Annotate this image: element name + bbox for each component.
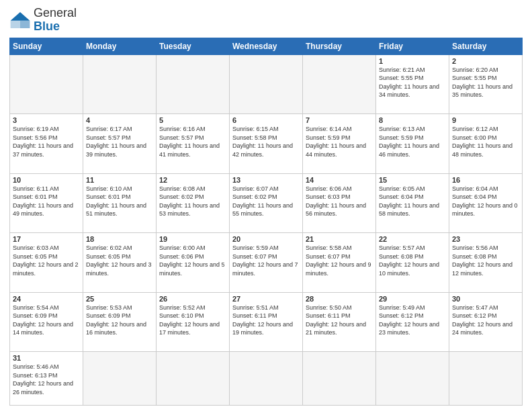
logo: General Blue — [9, 7, 77, 34]
header: General Blue — [9, 7, 523, 34]
day-info: Sunrise: 6:14 AM Sunset: 5:59 PM Dayligh… — [306, 125, 373, 158]
day-info: Sunrise: 6:12 AM Sunset: 6:00 PM Dayligh… — [452, 125, 519, 158]
day-info: Sunrise: 5:58 AM Sunset: 6:07 PM Dayligh… — [306, 244, 373, 277]
day-number: 14 — [306, 176, 373, 184]
calendar-header-row: Sunday Monday Tuesday Wednesday Thursday… — [10, 38, 523, 54]
day-info: Sunrise: 6:04 AM Sunset: 6:04 PM Dayligh… — [452, 185, 519, 218]
day-number: 3 — [13, 116, 80, 124]
day-number: 4 — [86, 116, 153, 124]
calendar-cell — [10, 54, 83, 114]
calendar-cell: 28Sunrise: 5:50 AM Sunset: 6:11 PM Dayli… — [303, 292, 376, 352]
calendar-week-row: 1Sunrise: 6:21 AM Sunset: 5:55 PM Daylig… — [10, 54, 523, 114]
day-info: Sunrise: 5:53 AM Sunset: 6:09 PM Dayligh… — [86, 304, 153, 337]
calendar-cell: 7Sunrise: 6:14 AM Sunset: 5:59 PM Daylig… — [303, 114, 376, 174]
calendar-cell: 18Sunrise: 6:02 AM Sunset: 6:05 PM Dayli… — [83, 233, 157, 293]
day-number: 6 — [232, 116, 300, 124]
calendar-cell — [303, 352, 376, 406]
calendar-cell — [303, 54, 376, 114]
day-info: Sunrise: 6:08 AM Sunset: 6:02 PM Dayligh… — [159, 185, 226, 218]
calendar-cell — [157, 54, 230, 114]
day-info: Sunrise: 5:59 AM Sunset: 6:07 PM Dayligh… — [232, 244, 300, 277]
day-number: 24 — [13, 295, 80, 303]
day-number: 5 — [159, 116, 226, 124]
col-sunday: Sunday — [10, 38, 83, 54]
day-info: Sunrise: 5:49 AM Sunset: 6:12 PM Dayligh… — [379, 304, 446, 337]
day-info: Sunrise: 6:03 AM Sunset: 6:05 PM Dayligh… — [13, 244, 80, 277]
calendar-cell: 6Sunrise: 6:15 AM Sunset: 5:58 PM Daylig… — [230, 114, 303, 174]
day-info: Sunrise: 6:20 AM Sunset: 5:55 PM Dayligh… — [452, 66, 519, 99]
calendar-cell — [83, 352, 157, 406]
day-number: 23 — [452, 235, 519, 243]
day-number: 20 — [232, 235, 300, 243]
day-info: Sunrise: 6:07 AM Sunset: 6:02 PM Dayligh… — [232, 185, 300, 218]
calendar-cell — [157, 352, 230, 406]
calendar-cell: 13Sunrise: 6:07 AM Sunset: 6:02 PM Dayli… — [230, 173, 303, 233]
logo-text: General Blue — [34, 7, 77, 34]
logo-blue: Blue — [34, 19, 60, 33]
day-number: 9 — [452, 116, 519, 124]
calendar-cell: 31Sunrise: 5:46 AM Sunset: 6:13 PM Dayli… — [10, 352, 83, 406]
day-number: 11 — [86, 176, 153, 184]
calendar-cell: 5Sunrise: 6:16 AM Sunset: 5:57 PM Daylig… — [157, 114, 230, 174]
col-saturday: Saturday — [449, 38, 523, 54]
calendar: Sunday Monday Tuesday Wednesday Thursday… — [9, 38, 523, 406]
day-info: Sunrise: 6:13 AM Sunset: 5:59 PM Dayligh… — [379, 125, 446, 158]
calendar-cell: 3Sunrise: 6:19 AM Sunset: 5:56 PM Daylig… — [10, 114, 83, 174]
day-number: 19 — [159, 235, 226, 243]
day-info: Sunrise: 6:21 AM Sunset: 5:55 PM Dayligh… — [379, 66, 446, 99]
calendar-cell: 30Sunrise: 5:47 AM Sunset: 6:12 PM Dayli… — [449, 292, 523, 352]
day-info: Sunrise: 6:10 AM Sunset: 6:01 PM Dayligh… — [86, 185, 153, 218]
calendar-cell: 8Sunrise: 6:13 AM Sunset: 5:59 PM Daylig… — [376, 114, 449, 174]
calendar-cell: 29Sunrise: 5:49 AM Sunset: 6:12 PM Dayli… — [376, 292, 449, 352]
day-number: 22 — [379, 235, 446, 243]
col-thursday: Thursday — [303, 38, 376, 54]
col-tuesday: Tuesday — [157, 38, 230, 54]
calendar-cell: 2Sunrise: 6:20 AM Sunset: 5:55 PM Daylig… — [449, 54, 523, 114]
day-info: Sunrise: 6:00 AM Sunset: 6:06 PM Dayligh… — [159, 244, 226, 277]
calendar-cell — [376, 352, 449, 406]
day-number: 13 — [232, 176, 300, 184]
calendar-cell: 16Sunrise: 6:04 AM Sunset: 6:04 PM Dayli… — [449, 173, 523, 233]
day-number: 29 — [379, 295, 446, 303]
day-number: 15 — [379, 176, 446, 184]
day-number: 31 — [13, 354, 80, 362]
day-info: Sunrise: 5:56 AM Sunset: 6:08 PM Dayligh… — [452, 244, 519, 277]
calendar-cell: 9Sunrise: 6:12 AM Sunset: 6:00 PM Daylig… — [449, 114, 523, 174]
calendar-cell: 26Sunrise: 5:52 AM Sunset: 6:10 PM Dayli… — [157, 292, 230, 352]
calendar-cell: 27Sunrise: 5:51 AM Sunset: 6:11 PM Dayli… — [230, 292, 303, 352]
calendar-cell: 1Sunrise: 6:21 AM Sunset: 5:55 PM Daylig… — [376, 54, 449, 114]
calendar-week-row: 24Sunrise: 5:54 AM Sunset: 6:09 PM Dayli… — [10, 292, 523, 352]
day-info: Sunrise: 5:46 AM Sunset: 6:13 PM Dayligh… — [13, 363, 80, 396]
calendar-cell: 11Sunrise: 6:10 AM Sunset: 6:01 PM Dayli… — [83, 173, 157, 233]
day-number: 7 — [306, 116, 373, 124]
calendar-cell: 12Sunrise: 6:08 AM Sunset: 6:02 PM Dayli… — [157, 173, 230, 233]
day-number: 12 — [159, 176, 226, 184]
day-info: Sunrise: 5:50 AM Sunset: 6:11 PM Dayligh… — [306, 304, 373, 337]
calendar-cell: 14Sunrise: 6:06 AM Sunset: 6:03 PM Dayli… — [303, 173, 376, 233]
col-friday: Friday — [376, 38, 449, 54]
calendar-week-row: 31Sunrise: 5:46 AM Sunset: 6:13 PM Dayli… — [10, 352, 523, 406]
day-number: 25 — [86, 295, 153, 303]
svg-marker-0 — [11, 12, 30, 21]
calendar-week-row: 17Sunrise: 6:03 AM Sunset: 6:05 PM Dayli… — [10, 233, 523, 293]
generalblue-icon — [9, 11, 31, 30]
calendar-week-row: 10Sunrise: 6:11 AM Sunset: 6:01 PM Dayli… — [10, 173, 523, 233]
day-info: Sunrise: 6:17 AM Sunset: 5:57 PM Dayligh… — [86, 125, 153, 158]
calendar-cell: 24Sunrise: 5:54 AM Sunset: 6:09 PM Dayli… — [10, 292, 83, 352]
day-number: 27 — [232, 295, 300, 303]
day-number: 1 — [379, 57, 446, 65]
calendar-cell: 4Sunrise: 6:17 AM Sunset: 5:57 PM Daylig… — [83, 114, 157, 174]
day-info: Sunrise: 6:16 AM Sunset: 5:57 PM Dayligh… — [159, 125, 226, 158]
calendar-cell — [449, 352, 523, 406]
col-wednesday: Wednesday — [230, 38, 303, 54]
day-number: 10 — [13, 176, 80, 184]
calendar-cell: 17Sunrise: 6:03 AM Sunset: 6:05 PM Dayli… — [10, 233, 83, 293]
svg-marker-2 — [11, 21, 20, 28]
calendar-cell: 21Sunrise: 5:58 AM Sunset: 6:07 PM Dayli… — [303, 233, 376, 293]
day-info: Sunrise: 6:06 AM Sunset: 6:03 PM Dayligh… — [306, 185, 373, 218]
calendar-cell: 10Sunrise: 6:11 AM Sunset: 6:01 PM Dayli… — [10, 173, 83, 233]
day-info: Sunrise: 5:54 AM Sunset: 6:09 PM Dayligh… — [13, 304, 80, 337]
day-info: Sunrise: 6:11 AM Sunset: 6:01 PM Dayligh… — [13, 185, 80, 218]
day-info: Sunrise: 5:52 AM Sunset: 6:10 PM Dayligh… — [159, 304, 226, 337]
day-number: 18 — [86, 235, 153, 243]
